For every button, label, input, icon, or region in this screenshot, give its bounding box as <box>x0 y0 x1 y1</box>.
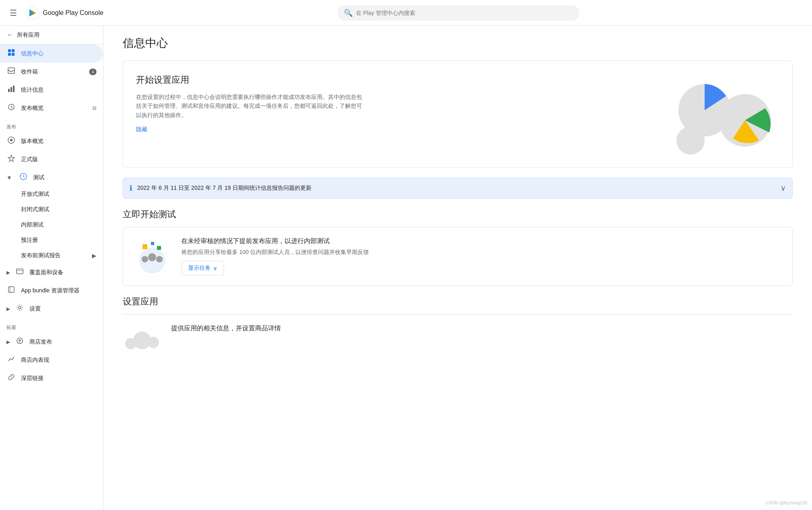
page-title: 信息中心 <box>123 36 793 51</box>
sidebar-item-test[interactable]: ▼ 测试 <box>0 168 103 187</box>
sidebar-item-settings[interactable]: ▶ 设置 <box>0 300 103 318</box>
test-task-card: 在未经审核的情况下提前发布应用，以进行内部测试 将您的应用分享给最多 100 位… <box>123 227 793 286</box>
task-text: 在未经审核的情况下提前发布应用，以进行内部测试 将您的应用分享给最多 100 位… <box>181 237 783 275</box>
show-tasks-button[interactable]: 显示任务 ∨ <box>181 261 224 275</box>
store-performance-icon <box>6 355 16 365</box>
sidebar-item-stats[interactable]: 统计信息 <box>0 81 103 99</box>
svg-rect-11 <box>10 87 12 92</box>
svg-rect-19 <box>8 287 14 292</box>
bundle-icon <box>6 285 16 296</box>
svg-rect-7 <box>8 53 11 56</box>
svg-rect-8 <box>12 53 15 56</box>
sidebar-item-label: App bundle 资源管理器 <box>21 287 80 294</box>
version-overview-icon <box>6 136 16 146</box>
task-card-body: 将您的应用分享给最多 100 位内部测试人员，以便排查问题并收集早期反馈 <box>181 249 783 256</box>
sidebar-item-coverage[interactable]: ▶ 覆盖面和设备 <box>0 263 103 281</box>
sidebar-item-dashboard[interactable]: 信息中心 <box>0 44 103 63</box>
setup-card: 提供应用的相关信息，并设置商品详情 <box>123 314 793 360</box>
logo-area: Google Play Console <box>25 6 103 20</box>
release-icon <box>6 154 16 164</box>
pre-launch-expand: ▶ <box>92 252 96 259</box>
topbar: ☰ Google Play Console 🔍 <box>0 0 812 26</box>
info-banner-left: ℹ 2022 年 6 月 11 日至 2022 年 7 月 19 日期间统计信息… <box>130 184 312 193</box>
svg-point-25 <box>676 126 705 155</box>
deep-links-icon <box>6 373 16 383</box>
sidebar-item-release[interactable]: 正式版 <box>0 150 103 168</box>
setup-illustration <box>123 324 161 350</box>
sidebar-section-extend: 拓展 <box>0 318 103 333</box>
svg-point-36 <box>148 337 159 348</box>
setup-card-heading: 提供应用的相关信息，并设置商品详情 <box>171 324 793 333</box>
svg-rect-33 <box>151 242 154 245</box>
store-publish-icon <box>15 337 25 347</box>
sidebar-item-pre-register[interactable]: 预注册 <box>21 233 103 248</box>
sidebar-item-label: 信息中心 <box>21 50 44 57</box>
setup-section-heading: 设置应用 <box>123 296 793 308</box>
chevron-down-icon: ∨ <box>781 184 786 193</box>
sidebar-item-label: 商店发布 <box>29 338 52 346</box>
sidebar-item-store-publish[interactable]: ▶ 商店发布 <box>0 333 103 351</box>
sidebar-item-closed-test[interactable]: 封闭式测试 <box>21 202 103 217</box>
svg-point-29 <box>148 253 156 261</box>
sidebar: ← 所有应用 信息中心 收件箱 4 统计信息 发布概 <box>0 26 103 510</box>
sidebar-back-button[interactable]: ← 所有应用 <box>0 26 103 44</box>
hero-hide-link[interactable]: 隐藏 <box>136 126 147 132</box>
back-arrow-icon: ← <box>6 31 14 39</box>
sidebar-item-label: 开放式测试 <box>21 191 49 198</box>
info-banner-text: 2022 年 6 月 11 日至 2022 年 7 月 19 日期间统计信息报告… <box>137 185 312 192</box>
svg-rect-5 <box>8 49 11 52</box>
setup-task-text: 提供应用的相关信息，并设置商品详情 <box>171 324 793 336</box>
sidebar-item-deep-links[interactable]: 深层链接 <box>0 369 103 387</box>
layout: ← 所有应用 信息中心 收件箱 4 统计信息 发布概 <box>0 26 812 510</box>
sidebar-item-pre-launch[interactable]: 发布前测试报告 ▶ <box>21 248 103 263</box>
inbox-badge: 4 <box>89 69 96 75</box>
sidebar-section-publish: 发布 <box>0 117 103 132</box>
sidebar-item-store-performance[interactable]: 商店内表现 <box>0 351 103 369</box>
sidebar-item-open-test[interactable]: 开放式测试 <box>21 187 103 202</box>
sidebar-item-publish-overview[interactable]: 发布概览 ⊟ <box>0 99 103 117</box>
menu-icon[interactable]: ☰ <box>6 5 20 21</box>
settings-icon <box>15 304 25 314</box>
coverage-expand-left: ▶ <box>6 270 10 275</box>
store-publish-expand-left: ▶ <box>6 339 10 345</box>
app-title: Google Play Console <box>43 9 103 17</box>
svg-point-15 <box>10 139 13 141</box>
show-tasks-chevron: ∨ <box>213 265 217 271</box>
sidebar-item-version-overview[interactable]: 版本概览 <box>0 132 103 150</box>
pie-illustration <box>666 74 779 155</box>
test-icon <box>19 172 28 183</box>
test-sub-items: 开放式测试 封闭式测试 内部测试 预注册 发布前测试报告 ▶ <box>0 187 103 263</box>
search-input[interactable] <box>356 10 573 16</box>
sidebar-item-label: 发布概览 <box>21 105 44 112</box>
publish-overview-icon <box>6 103 16 113</box>
publish-overview-badge-icon: ⊟ <box>92 105 96 111</box>
sidebar-item-label: 统计信息 <box>21 86 44 94</box>
sidebar-item-inbox[interactable]: 收件箱 4 <box>0 63 103 81</box>
inbox-icon <box>6 67 16 77</box>
sidebar-item-internal-test[interactable]: 内部测试 <box>21 217 103 233</box>
sidebar-item-label: 设置 <box>29 305 41 313</box>
hero-text: 开始设置应用 在您设置的过程中，信息中心会说明您需要执行哪些操作才能成功发布应用… <box>136 74 362 133</box>
coverage-icon <box>15 267 25 277</box>
info-banner[interactable]: ℹ 2022 年 6 月 11 日至 2022 年 7 月 19 日期间统计信息… <box>123 178 793 199</box>
search-bar[interactable]: 🔍 <box>337 5 580 21</box>
sidebar-item-label: 封闭式测试 <box>21 206 49 213</box>
dashboard-icon <box>6 48 16 59</box>
sidebar-item-label: 正式版 <box>21 156 38 163</box>
topbar-left: ☰ Google Play Console <box>6 5 111 21</box>
svg-point-21 <box>19 306 21 309</box>
sidebar-item-label: 覆盖面和设备 <box>29 269 63 276</box>
svg-rect-32 <box>157 246 161 250</box>
setup-section: 设置应用 提供应用的相关信息，并设置商品详情 <box>123 296 793 360</box>
watermark: CSDN @fqcheng220 <box>766 500 807 505</box>
sidebar-item-label: 深层链接 <box>21 375 44 382</box>
sidebar-item-label: 版本概览 <box>21 138 44 145</box>
sidebar-item-bundle[interactable]: App bundle 资源管理器 <box>0 281 103 300</box>
task-card-heading: 在未经审核的情况下提前发布应用，以进行内部测试 <box>181 237 783 246</box>
sidebar-item-label: 内部测试 <box>21 221 44 229</box>
hero-heading: 开始设置应用 <box>136 74 362 86</box>
hero-card: 开始设置应用 在您设置的过程中，信息中心会说明您需要执行哪些操作才能成功发布应用… <box>123 61 793 168</box>
info-icon: ℹ <box>130 184 132 193</box>
sidebar-item-label: 测试 <box>33 174 44 181</box>
svg-point-28 <box>142 256 148 262</box>
